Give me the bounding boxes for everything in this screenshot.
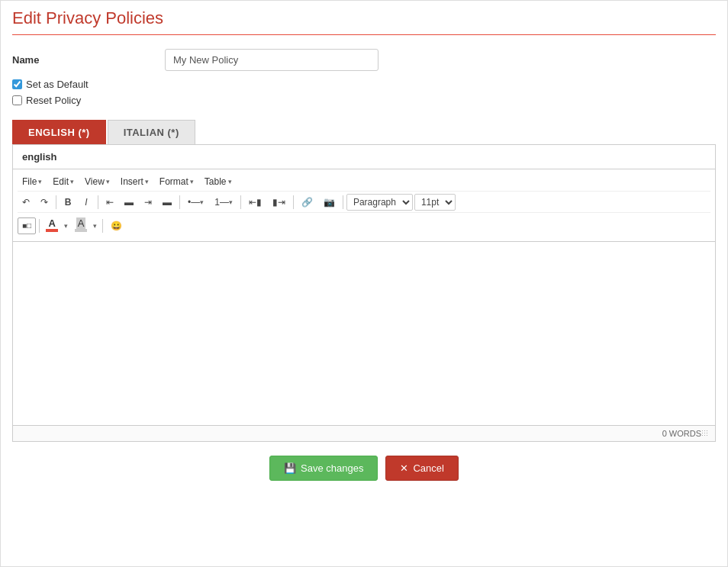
menu-format[interactable]: Format ▾: [155, 175, 198, 188]
set-as-default-row: Set as Default: [12, 79, 716, 90]
separator-2: [98, 195, 98, 209]
indent-button[interactable]: ▮⇥: [268, 194, 290, 211]
font-color-chevron[interactable]: ▾: [62, 220, 70, 232]
menu-view[interactable]: View ▾: [80, 175, 114, 188]
toolbar-menu-row: File ▾ Edit ▾ View ▾ Insert ▾ Format ▾: [18, 172, 710, 192]
font-color-indicator: [46, 229, 58, 232]
tab-italian[interactable]: ITALIAN (*): [108, 120, 195, 144]
bg-color-a-icon: A: [76, 217, 86, 229]
separator-7: [39, 219, 40, 233]
view-chevron-icon: ▾: [106, 178, 110, 185]
insert-chevron-icon: ▾: [145, 178, 149, 185]
cancel-button[interactable]: ✕ Cancel: [385, 456, 458, 481]
separator-5: [293, 195, 294, 209]
bg-color-button[interactable]: A: [72, 215, 90, 236]
ol-chevron-icon: ▾: [229, 198, 233, 206]
save-button[interactable]: 💾 Save changes: [269, 456, 378, 481]
separator-3: [179, 195, 180, 209]
page-title: Edit Privacy Policies: [12, 8, 716, 35]
special-chars-button[interactable]: ■□: [18, 217, 36, 234]
menu-file[interactable]: File ▾: [18, 175, 47, 188]
menu-table[interactable]: Table ▾: [200, 175, 237, 188]
font-size-select[interactable]: 11pt 8pt 10pt 12pt 14pt: [414, 194, 456, 211]
word-count: 0 WORDS: [662, 429, 701, 438]
bg-color-wrapper: A ▾: [72, 215, 99, 236]
tab-english[interactable]: ENGLISH (*): [12, 120, 106, 144]
align-justify-button[interactable]: ▬: [158, 194, 176, 211]
reset-policy-label[interactable]: Reset Policy: [26, 95, 81, 106]
toolbar-buttons-row-1: ↶ ↷ B I ⇤ ▬ ⇥ ▬ •—▾ 1—▾ ⇤▮ ▮⇥ 🔗 📷: [18, 192, 710, 213]
emoji-button[interactable]: 😀: [106, 217, 127, 234]
editor-container: english File ▾ Edit ▾ View ▾ Insert: [12, 144, 716, 442]
name-input[interactable]: [165, 49, 378, 71]
paragraph-select[interactable]: Paragraph Heading 1 Heading 2 Heading 3: [346, 194, 413, 211]
set-as-default-checkbox[interactable]: [12, 79, 22, 89]
name-label: Name: [12, 54, 165, 66]
toolbar-row-2: ■□ A ▾ A ▾ 😀: [18, 213, 710, 238]
page-container: Edit Privacy Policies Name Set as Defaul…: [0, 0, 728, 567]
align-left-button[interactable]: ⇤: [101, 194, 118, 211]
separator-4: [240, 195, 241, 209]
editor-toolbar: File ▾ Edit ▾ View ▾ Insert ▾ Format ▾: [13, 169, 715, 242]
editor-lang-label: english: [13, 145, 715, 169]
font-color-wrapper: A ▾: [43, 215, 70, 236]
bg-color-chevron[interactable]: ▾: [91, 220, 99, 232]
bold-button[interactable]: B: [60, 194, 76, 211]
ordered-list-button[interactable]: 1—▾: [210, 194, 237, 211]
separator-8: [102, 219, 103, 233]
file-chevron-icon: ▾: [38, 178, 42, 185]
undo-button[interactable]: ↶: [18, 194, 34, 211]
edit-chevron-icon: ▾: [70, 178, 74, 185]
ul-chevron-icon: ▾: [200, 198, 204, 206]
link-button[interactable]: 🔗: [297, 194, 317, 211]
redo-button[interactable]: ↷: [36, 194, 53, 211]
reset-policy-checkbox[interactable]: [12, 95, 22, 105]
resize-handle-icon: [701, 430, 709, 437]
name-row: Name: [12, 49, 716, 71]
italic-button[interactable]: I: [78, 194, 95, 211]
set-as-default-label[interactable]: Set as Default: [26, 79, 89, 90]
unordered-list-button[interactable]: •—▾: [183, 194, 208, 211]
save-icon: 💾: [284, 462, 296, 474]
align-right-button[interactable]: ⇥: [140, 194, 156, 211]
reset-policy-row: Reset Policy: [12, 95, 716, 106]
image-button[interactable]: 📷: [319, 194, 340, 211]
tabs-container: ENGLISH (*) ITALIAN (*): [12, 120, 716, 144]
table-chevron-icon: ▾: [228, 178, 232, 185]
align-center-button[interactable]: ▬: [120, 194, 138, 211]
editor-footer: 0 WORDS: [13, 425, 715, 441]
bg-color-indicator: [75, 229, 87, 232]
font-color-button[interactable]: A: [43, 215, 61, 236]
separator-1: [56, 195, 56, 209]
editor-body[interactable]: [13, 242, 715, 425]
menu-edit[interactable]: Edit ▾: [48, 175, 79, 188]
action-buttons: 💾 Save changes ✕ Cancel: [12, 456, 716, 481]
format-chevron-icon: ▾: [190, 178, 194, 185]
form-section: Name Set as Default Reset Policy: [12, 49, 716, 106]
menu-insert[interactable]: Insert ▾: [116, 175, 153, 188]
cancel-icon: ✕: [400, 462, 408, 474]
separator-6: [343, 195, 343, 209]
outdent-button[interactable]: ⇤▮: [244, 194, 266, 211]
font-color-a-icon: A: [48, 217, 55, 229]
